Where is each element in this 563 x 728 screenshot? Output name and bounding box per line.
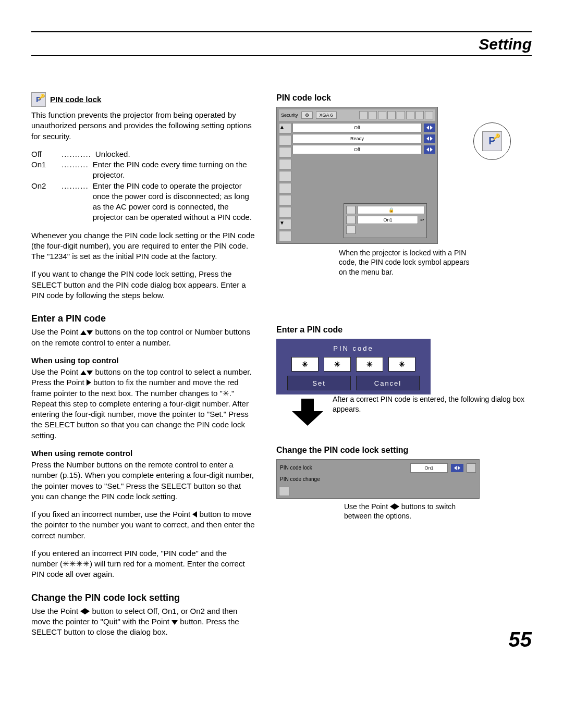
side-icon — [279, 159, 291, 169]
wrong-text: If you entered an incorrect PIN code, "P… — [31, 548, 255, 580]
menu-icon: ⚙ — [301, 112, 313, 119]
para-dialog: If you want to change the PIN code lock … — [31, 269, 255, 301]
lock-row1-value[interactable]: On1 — [410, 463, 448, 473]
lr-arrows-icon[interactable] — [451, 464, 463, 472]
toolbar-icon — [415, 111, 424, 119]
quit-icon[interactable] — [279, 487, 289, 496]
toolbar-icon — [406, 111, 414, 119]
side-icon — [279, 171, 291, 181]
menu-row-off2: Off — [292, 145, 422, 154]
side-icon — [279, 147, 291, 157]
toolbar-icon — [378, 111, 386, 119]
pin-submenu: 🔒 On1↩ — [344, 203, 427, 238]
change-heading: Change the PIN code lock setting — [31, 591, 255, 604]
pin-set-button[interactable]: Set — [287, 376, 351, 390]
pin-lock-icon: P — [31, 92, 46, 107]
page-number: 55 — [509, 628, 532, 651]
menu-row-ready: Ready — [292, 134, 422, 143]
opt-on2-term: On2 — [31, 181, 62, 223]
section-title: Setting — [31, 35, 532, 53]
toolbar-icon — [359, 111, 368, 119]
lr-arrows-icon — [424, 124, 435, 132]
lock-caption: When the projector is locked with a PIN … — [339, 248, 474, 278]
pin-symbol-icon: P — [482, 131, 502, 151]
switch-caption: Use the Point buttons to switch between … — [344, 502, 480, 522]
enter-p1: Use the Point buttons on the top control… — [31, 327, 255, 348]
r-change-title: Change the PIN code lock setting — [276, 445, 532, 456]
side-icon — [279, 195, 291, 205]
left-column: P PIN code lock This function prevents t… — [31, 82, 255, 645]
pin-icon — [346, 216, 356, 224]
after-caption: After a correct PIN code is entered, the… — [333, 394, 532, 414]
pin-field-2[interactable]: ✳ — [324, 357, 351, 372]
side-quit-icon — [279, 231, 291, 241]
opt-on1-desc: Enter the PIN code every time turning on… — [89, 159, 255, 181]
opt-on2-desc: Enter the PIN code to operate the projec… — [89, 181, 255, 223]
pin-cancel-button[interactable]: Cancel — [356, 376, 420, 390]
down-arrow-icon — [292, 399, 323, 430]
enter-pin-heading: Enter a PIN code — [31, 312, 255, 325]
quit-icon — [346, 226, 356, 234]
side-icon — [279, 207, 291, 217]
menu-security-label: Security — [281, 112, 298, 118]
side-icon — [279, 183, 291, 193]
lr-arrows-icon — [424, 134, 435, 143]
opt-on1-term: On1 — [31, 159, 62, 181]
remote-control-heading: When using remote control — [31, 448, 255, 459]
opt-off-desc: Unlocked. — [91, 149, 255, 159]
return-icon[interactable] — [467, 463, 476, 473]
change-text: Use the Point button to select Off, On1,… — [31, 606, 255, 638]
intro-text: This function prevents the projector fro… — [31, 110, 255, 142]
pin-lock-setting-dialog: PIN code lock On1 PIN code change — [276, 459, 480, 499]
toolbar-icon — [387, 111, 396, 119]
menu-mode-chip: XGA 6 — [316, 112, 337, 119]
pin-field-3[interactable]: ✳ — [356, 357, 383, 372]
toolbar-icon — [397, 111, 405, 119]
lock-icon — [346, 206, 356, 214]
side-icon — [279, 135, 291, 145]
side-down-icon: ▼ — [279, 219, 291, 229]
pin-symbol-callout: P — [473, 122, 511, 160]
fix-text: If you fixed an incorrect number, use th… — [31, 509, 255, 541]
security-menu-screenshot: Security ⚙ XGA 6 — [276, 107, 438, 244]
pin-lock-heading: PIN code lock — [50, 94, 101, 105]
remote-control-text: Press the Number buttons on the remote c… — [31, 460, 255, 502]
r-enter-pin-title: Enter a PIN code — [276, 324, 532, 336]
side-up-icon: ▲ — [279, 123, 291, 133]
pin-field-4[interactable]: ✳ — [388, 357, 415, 372]
toolbar-icon — [369, 111, 377, 119]
lock-row1-label: PIN code lock — [280, 464, 407, 472]
lock-row2-label: PIN code change — [280, 476, 476, 483]
r-pin-lock-title: PIN code lock — [276, 92, 532, 104]
pin-dialog-title: PIN code — [333, 344, 373, 353]
submenu-on1: On1 — [358, 216, 418, 224]
lr-arrows-icon — [424, 145, 435, 154]
para-change: Whenever you change the PIN code lock se… — [31, 230, 255, 262]
pin-code-dialog: PIN code ✳ ✳ ✳ ✳ Set Cancel — [276, 339, 431, 395]
toolbar-pin-icon — [425, 111, 433, 119]
opt-off-term: Off — [31, 149, 62, 159]
top-control-heading: When using top control — [31, 355, 255, 366]
submenu-row: 🔒 — [358, 206, 424, 214]
right-column: PIN code lock Security ⚙ XGA 6 — [276, 82, 532, 645]
pin-field-1[interactable]: ✳ — [291, 357, 319, 372]
menu-row-off: Off — [292, 123, 422, 132]
top-control-text: Use the Point buttons on the top control… — [31, 367, 255, 441]
